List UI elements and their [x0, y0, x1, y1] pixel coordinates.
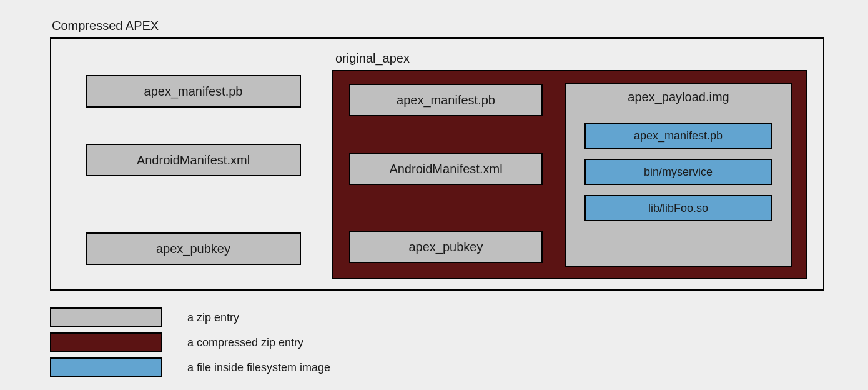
legend-row-compressed: a compressed zip entry	[50, 332, 330, 352]
legend: a zip entry a compressed zip entry a fil…	[50, 308, 330, 382]
zip-entry-apex-pubkey: apex_pubkey	[86, 232, 301, 265]
zip-entry-android-manifest: AndroidManifest.xml	[86, 144, 301, 176]
legend-swatch-file	[50, 358, 162, 378]
compressed-apex-title: Compressed APEX	[52, 19, 159, 33]
file-entry-lib-libfoo: lib/libFoo.so	[584, 195, 772, 221]
legend-label-compressed: a compressed zip entry	[187, 336, 303, 349]
apex-payload-img-title: apex_payload.img	[566, 84, 791, 104]
apex-payload-img-container: apex_payload.img apex_manifest.pb bin/my…	[565, 82, 792, 267]
legend-row-zip: a zip entry	[50, 308, 330, 328]
orig-zip-entry-apex-manifest: apex_manifest.pb	[349, 84, 543, 116]
original-apex-title: original_apex	[335, 51, 410, 66]
legend-label-zip: a zip entry	[187, 311, 239, 324]
compressed-apex-container: apex_manifest.pb AndroidManifest.xml ape…	[50, 38, 824, 291]
legend-swatch-compressed	[50, 332, 162, 352]
file-entry-apex-manifest: apex_manifest.pb	[584, 122, 772, 149]
legend-row-file: a file inside filesystem image	[50, 358, 330, 378]
original-apex-compressed-container: apex_manifest.pb AndroidManifest.xml ape…	[332, 70, 807, 279]
file-entry-bin-myservice: bin/myservice	[584, 159, 772, 185]
zip-entry-apex-manifest: apex_manifest.pb	[86, 75, 301, 108]
legend-label-file: a file inside filesystem image	[187, 361, 330, 374]
legend-swatch-zip	[50, 308, 162, 328]
orig-zip-entry-apex-pubkey: apex_pubkey	[349, 231, 543, 263]
orig-zip-entry-android-manifest: AndroidManifest.xml	[349, 152, 543, 185]
